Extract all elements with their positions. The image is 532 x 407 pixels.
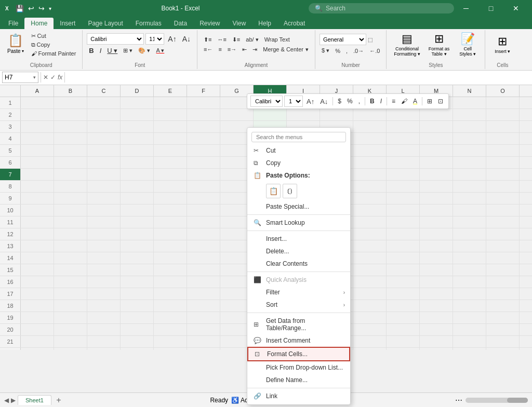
cell-E15[interactable] [154,264,187,276]
cell-N1[interactable] [453,97,486,108]
cell-C8[interactable] [87,181,121,192]
cell-D16[interactable] [121,276,154,288]
row-number-16[interactable]: 16 [0,276,21,288]
font-shrink-button[interactable]: A↓ [180,34,193,44]
row-number-2[interactable]: 2 [0,109,21,120]
font-grow-button[interactable]: A↑ [166,34,178,44]
mini-italic-button[interactable]: I [378,97,384,106]
cell-C5[interactable] [87,145,121,156]
percent-button[interactable]: % [333,47,342,55]
cell-C11[interactable] [87,216,121,228]
cell-L21[interactable] [387,336,420,347]
cell-N22[interactable] [453,348,486,350]
ctx-insert[interactable]: Insert... [247,233,350,245]
col-header-E[interactable]: E [154,85,187,97]
tab-review[interactable]: Review [193,18,226,29]
cell-E6[interactable] [154,157,187,168]
cell-E1[interactable] [154,97,187,108]
cell-C16[interactable] [87,276,121,288]
cell-M6[interactable] [420,157,453,168]
cell-P7[interactable] [520,169,532,180]
cell-K4[interactable] [353,133,387,144]
cell-P20[interactable] [520,324,532,335]
tab-data[interactable]: Data [168,18,193,29]
cell-K2[interactable] [353,109,387,120]
cell-E12[interactable] [154,228,187,240]
number-format-select[interactable]: General [320,34,366,45]
row-number-13[interactable]: 13 [0,240,21,252]
cell-B7[interactable] [54,169,87,180]
cell-E7[interactable] [154,169,187,180]
merge-center-button[interactable]: Merge & Center ▾ [261,45,311,54]
cell-M13[interactable] [420,240,453,252]
cell-O11[interactable] [486,216,520,228]
cell-F7[interactable] [187,169,220,180]
cell-L11[interactable] [387,216,420,228]
cell-M19[interactable] [420,312,453,323]
mini-font-color-button[interactable]: A [411,97,419,106]
cell-D19[interactable] [121,312,154,323]
row-number-7[interactable]: 7 [0,169,21,180]
format-painter-button[interactable]: 🖌 Format Painter [29,50,78,57]
cell-F2[interactable] [187,109,220,120]
cell-B13[interactable] [54,240,87,252]
confirm-formula-icon[interactable]: ✓ [50,74,56,81]
cell-F5[interactable] [187,145,220,156]
cell-A18[interactable] [21,300,54,311]
cell-L14[interactable] [387,252,420,264]
maximize-button[interactable]: □ [479,0,503,17]
cell-M5[interactable] [420,145,453,156]
cell-F4[interactable] [187,133,220,144]
cell-P17[interactable] [520,288,532,300]
cell-A8[interactable] [21,181,54,192]
cell-K19[interactable] [353,312,387,323]
formula-input[interactable] [67,74,530,81]
conditional-formatting-button[interactable]: ▤ ConditionalFormatting ▾ [391,30,423,59]
cell-D2[interactable] [121,109,154,120]
name-box[interactable]: H7 ▾ [2,72,38,83]
cell-O10[interactable] [486,205,520,216]
cell-M12[interactable] [420,228,453,240]
ctx-cut[interactable]: ✂ Cut [247,144,350,157]
cell-M7[interactable] [420,169,453,180]
cell-N15[interactable] [453,264,486,276]
minimize-button[interactable]: ─ [454,0,478,17]
cell-O7[interactable] [486,169,520,180]
cell-N7[interactable] [453,169,486,180]
cell-D12[interactable] [121,228,154,240]
ctx-insert-comment[interactable]: 💬 Insert Comment [247,334,350,347]
comma-button[interactable]: , [344,47,350,55]
cell-K18[interactable] [353,300,387,311]
cell-A13[interactable] [21,240,54,252]
cell-C2[interactable] [87,109,121,120]
tab-formulas[interactable]: Formulas [129,18,168,29]
cell-A22[interactable] [21,348,54,350]
cell-L17[interactable] [387,288,420,300]
ctx-copy[interactable]: ⧉ Copy [247,157,350,169]
cell-L18[interactable] [387,300,420,311]
cell-O8[interactable] [486,181,520,192]
cell-K6[interactable] [353,157,387,168]
cell-A19[interactable] [21,312,54,323]
indent-more-button[interactable]: ⇥ [250,45,259,54]
cell-E17[interactable] [154,288,187,300]
cell-F20[interactable] [187,324,220,335]
cell-A15[interactable] [21,264,54,276]
cell-C21[interactable] [87,336,121,347]
cell-K7[interactable] [353,169,387,180]
cell-E11[interactable] [154,216,187,228]
cell-F3[interactable] [187,121,220,132]
row-number-12[interactable]: 12 [0,228,21,240]
mini-size-select[interactable]: 11 [284,96,303,107]
cell-K11[interactable] [353,216,387,228]
cell-M10[interactable] [420,205,453,216]
cell-I2[interactable] [287,109,320,120]
cell-B15[interactable] [54,264,87,276]
cell-D22[interactable] [121,348,154,350]
cell-K15[interactable] [353,264,387,276]
col-header-C[interactable]: C [87,85,121,97]
cell-D18[interactable] [121,300,154,311]
col-header-A[interactable]: A [21,85,54,97]
cell-N5[interactable] [453,145,486,156]
cell-O15[interactable] [486,264,520,276]
